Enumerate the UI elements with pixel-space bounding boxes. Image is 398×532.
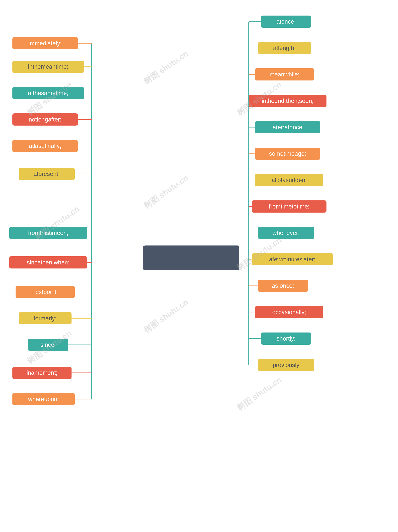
left-node-inamoment: inamoment; [13, 367, 71, 379]
right-node-atonce: atonce; [261, 16, 311, 28]
right-node-atlength: atlength; [258, 42, 311, 54]
center-node [143, 246, 239, 270]
right-node-lateratonce: later;atonce; [255, 121, 320, 133]
right-node-occasionally: occasionally; [255, 306, 323, 318]
left-node-whereupon: whereupon; [13, 393, 75, 405]
watermark-5: 树图 shutu.cn [141, 297, 190, 336]
right-node-previously: previously [258, 359, 314, 371]
watermark-8: 树图 shutu.cn [235, 374, 284, 413]
left-node-fromthistimeon: fromthistimeon; [9, 227, 87, 239]
watermark-1: 树图 shutu.cn [141, 48, 190, 87]
left-node-nextpoint: nextpoint; [16, 286, 75, 298]
right-node-fromtimetotime: fromtimetotime; [252, 200, 327, 213]
watermark-3: 树图 shutu.cn [141, 172, 190, 211]
right-node-afewminuteslater: afewminuteslater; [252, 253, 333, 265]
left-node-since: since; [28, 339, 68, 351]
right-node-whenever: whenever; [258, 227, 314, 239]
left-node-atpresent: atpresent; [19, 168, 75, 180]
left-node-sincethenwhen: sincethen;when; [9, 256, 87, 268]
left-node-notlongafter: notlongafter; [13, 114, 78, 126]
right-node-sometimeago: sometimeago; [255, 148, 320, 160]
right-node-asonce: as;once; [258, 280, 308, 292]
right-node-shortly: shortly; [261, 332, 311, 345]
left-node-formerly: formerly; [19, 312, 71, 324]
left-node-inthemeantime: inthemeantime; [13, 61, 84, 73]
left-node-atthesametime: atthesametime; [13, 87, 84, 99]
right-node-meanwhile: meanwhile; [255, 68, 314, 81]
right-node-intheendthensoon: intheend;then;soon; [249, 95, 327, 107]
left-node-atlastfinally: atlast;finally; [13, 140, 78, 152]
left-node-immediately: immediately; [13, 37, 78, 49]
right-node-allofasudden: allofasudden; [255, 174, 323, 186]
